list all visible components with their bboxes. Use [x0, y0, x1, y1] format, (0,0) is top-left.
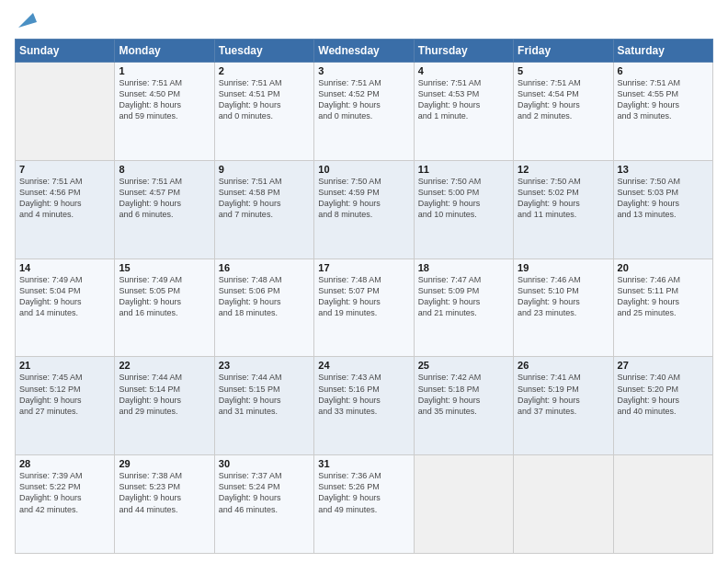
- day-info: Sunrise: 7:37 AM Sunset: 5:24 PM Dayligh…: [219, 470, 310, 515]
- day-number: 21: [19, 360, 110, 371]
- weekday-header-sunday: Sunday: [16, 40, 115, 63]
- calendar-cell: 12Sunrise: 7:50 AM Sunset: 5:02 PM Dayli…: [514, 160, 613, 259]
- day-number: 7: [19, 164, 110, 175]
- svg-marker-0: [18, 13, 37, 28]
- day-info: Sunrise: 7:44 AM Sunset: 5:15 PM Dayligh…: [219, 372, 310, 417]
- weekday-header-tuesday: Tuesday: [214, 40, 313, 63]
- calendar-cell: 5Sunrise: 7:51 AM Sunset: 4:54 PM Daylig…: [514, 63, 613, 161]
- day-number: 2: [219, 65, 310, 76]
- day-info: Sunrise: 7:48 AM Sunset: 5:06 PM Dayligh…: [219, 274, 310, 319]
- calendar-cell: 6Sunrise: 7:51 AM Sunset: 4:55 PM Daylig…: [613, 63, 712, 161]
- day-info: Sunrise: 7:51 AM Sunset: 4:51 PM Dayligh…: [219, 77, 310, 122]
- day-info: Sunrise: 7:44 AM Sunset: 5:14 PM Dayligh…: [119, 372, 210, 417]
- calendar-cell: 10Sunrise: 7:50 AM Sunset: 4:59 PM Dayli…: [314, 160, 414, 259]
- weekday-header-saturday: Saturday: [613, 40, 712, 63]
- day-number: 29: [119, 458, 210, 469]
- day-number: 20: [618, 262, 709, 273]
- calendar-cell: 19Sunrise: 7:46 AM Sunset: 5:10 PM Dayli…: [514, 259, 613, 357]
- calendar-cell: 28Sunrise: 7:39 AM Sunset: 5:22 PM Dayli…: [16, 455, 115, 554]
- day-info: Sunrise: 7:50 AM Sunset: 5:02 PM Dayligh…: [518, 176, 609, 221]
- day-info: Sunrise: 7:42 AM Sunset: 5:18 PM Dayligh…: [418, 372, 509, 417]
- header: [15, 15, 713, 31]
- day-info: Sunrise: 7:36 AM Sunset: 5:26 PM Dayligh…: [318, 470, 409, 515]
- calendar-cell: 20Sunrise: 7:46 AM Sunset: 5:11 PM Dayli…: [613, 259, 712, 357]
- calendar-week-3: 14Sunrise: 7:49 AM Sunset: 5:04 PM Dayli…: [16, 259, 713, 357]
- day-number: 1: [119, 65, 210, 76]
- day-info: Sunrise: 7:45 AM Sunset: 5:12 PM Dayligh…: [19, 372, 110, 417]
- calendar-cell: 8Sunrise: 7:51 AM Sunset: 4:57 PM Daylig…: [115, 160, 214, 259]
- calendar-cell: 1Sunrise: 7:51 AM Sunset: 4:50 PM Daylig…: [115, 63, 214, 161]
- logo-icon: [17, 9, 37, 29]
- day-info: Sunrise: 7:47 AM Sunset: 5:09 PM Dayligh…: [418, 274, 509, 319]
- day-info: Sunrise: 7:51 AM Sunset: 4:56 PM Dayligh…: [19, 176, 110, 221]
- day-info: Sunrise: 7:49 AM Sunset: 5:05 PM Dayligh…: [119, 274, 210, 319]
- weekday-header-friday: Friday: [514, 40, 613, 63]
- calendar-cell: 18Sunrise: 7:47 AM Sunset: 5:09 PM Dayli…: [414, 259, 513, 357]
- calendar-cell: 7Sunrise: 7:51 AM Sunset: 4:56 PM Daylig…: [16, 160, 115, 259]
- day-info: Sunrise: 7:50 AM Sunset: 4:59 PM Dayligh…: [318, 176, 409, 221]
- calendar-cell: 23Sunrise: 7:44 AM Sunset: 5:15 PM Dayli…: [214, 357, 313, 455]
- day-number: 24: [318, 360, 409, 371]
- day-info: Sunrise: 7:39 AM Sunset: 5:22 PM Dayligh…: [19, 470, 110, 515]
- day-info: Sunrise: 7:49 AM Sunset: 5:04 PM Dayligh…: [19, 274, 110, 319]
- day-number: 5: [518, 65, 609, 76]
- day-info: Sunrise: 7:51 AM Sunset: 4:55 PM Dayligh…: [618, 77, 709, 122]
- calendar-week-4: 21Sunrise: 7:45 AM Sunset: 5:12 PM Dayli…: [16, 357, 713, 455]
- day-info: Sunrise: 7:51 AM Sunset: 4:57 PM Dayligh…: [119, 176, 210, 221]
- calendar-cell: 4Sunrise: 7:51 AM Sunset: 4:53 PM Daylig…: [414, 63, 513, 161]
- calendar-cell: [514, 455, 613, 554]
- calendar-cell: 25Sunrise: 7:42 AM Sunset: 5:18 PM Dayli…: [414, 357, 513, 455]
- day-number: 15: [119, 262, 210, 273]
- day-info: Sunrise: 7:46 AM Sunset: 5:11 PM Dayligh…: [618, 274, 709, 319]
- calendar-cell: 17Sunrise: 7:48 AM Sunset: 5:07 PM Dayli…: [314, 259, 414, 357]
- calendar-cell: 26Sunrise: 7:41 AM Sunset: 5:19 PM Dayli…: [514, 357, 613, 455]
- day-info: Sunrise: 7:41 AM Sunset: 5:19 PM Dayligh…: [518, 372, 609, 417]
- day-info: Sunrise: 7:50 AM Sunset: 5:00 PM Dayligh…: [418, 176, 509, 221]
- calendar-cell: 16Sunrise: 7:48 AM Sunset: 5:06 PM Dayli…: [214, 259, 313, 357]
- calendar-cell: [16, 63, 115, 161]
- calendar-cell: 13Sunrise: 7:50 AM Sunset: 5:03 PM Dayli…: [613, 160, 712, 259]
- day-number: 4: [418, 65, 509, 76]
- calendar-week-1: 1Sunrise: 7:51 AM Sunset: 4:50 PM Daylig…: [16, 63, 713, 161]
- calendar-cell: 14Sunrise: 7:49 AM Sunset: 5:04 PM Dayli…: [16, 259, 115, 357]
- day-info: Sunrise: 7:43 AM Sunset: 5:16 PM Dayligh…: [318, 372, 409, 417]
- calendar-cell: 24Sunrise: 7:43 AM Sunset: 5:16 PM Dayli…: [314, 357, 414, 455]
- day-number: 6: [618, 65, 709, 76]
- calendar-cell: [414, 455, 513, 554]
- weekday-header-thursday: Thursday: [414, 40, 513, 63]
- day-info: Sunrise: 7:51 AM Sunset: 4:50 PM Dayligh…: [119, 77, 210, 122]
- calendar-cell: 31Sunrise: 7:36 AM Sunset: 5:26 PM Dayli…: [314, 455, 414, 554]
- day-number: 28: [19, 458, 110, 469]
- day-number: 22: [119, 360, 210, 371]
- day-number: 10: [318, 164, 409, 175]
- day-number: 19: [518, 262, 609, 273]
- day-info: Sunrise: 7:46 AM Sunset: 5:10 PM Dayligh…: [518, 274, 609, 319]
- day-number: 12: [518, 164, 609, 175]
- calendar-cell: 22Sunrise: 7:44 AM Sunset: 5:14 PM Dayli…: [115, 357, 214, 455]
- calendar-week-5: 28Sunrise: 7:39 AM Sunset: 5:22 PM Dayli…: [16, 455, 713, 554]
- calendar-cell: 30Sunrise: 7:37 AM Sunset: 5:24 PM Dayli…: [214, 455, 313, 554]
- calendar-cell: 27Sunrise: 7:40 AM Sunset: 5:20 PM Dayli…: [613, 357, 712, 455]
- day-number: 11: [418, 164, 509, 175]
- day-number: 9: [219, 164, 310, 175]
- calendar-week-2: 7Sunrise: 7:51 AM Sunset: 4:56 PM Daylig…: [16, 160, 713, 259]
- day-number: 26: [518, 360, 609, 371]
- calendar-table: SundayMondayTuesdayWednesdayThursdayFrid…: [15, 39, 713, 554]
- day-info: Sunrise: 7:38 AM Sunset: 5:23 PM Dayligh…: [119, 470, 210, 515]
- day-number: 30: [219, 458, 310, 469]
- day-number: 17: [318, 262, 409, 273]
- day-number: 23: [219, 360, 310, 371]
- day-number: 25: [418, 360, 509, 371]
- day-info: Sunrise: 7:50 AM Sunset: 5:03 PM Dayligh…: [618, 176, 709, 221]
- calendar-cell: 21Sunrise: 7:45 AM Sunset: 5:12 PM Dayli…: [16, 357, 115, 455]
- day-info: Sunrise: 7:51 AM Sunset: 4:53 PM Dayligh…: [418, 77, 509, 122]
- day-number: 13: [618, 164, 709, 175]
- day-number: 14: [19, 262, 110, 273]
- weekday-header-wednesday: Wednesday: [314, 40, 414, 63]
- calendar-cell: [613, 455, 712, 554]
- day-number: 8: [119, 164, 210, 175]
- day-info: Sunrise: 7:40 AM Sunset: 5:20 PM Dayligh…: [618, 372, 709, 417]
- day-number: 18: [418, 262, 509, 273]
- day-number: 27: [618, 360, 709, 371]
- logo: [15, 15, 37, 31]
